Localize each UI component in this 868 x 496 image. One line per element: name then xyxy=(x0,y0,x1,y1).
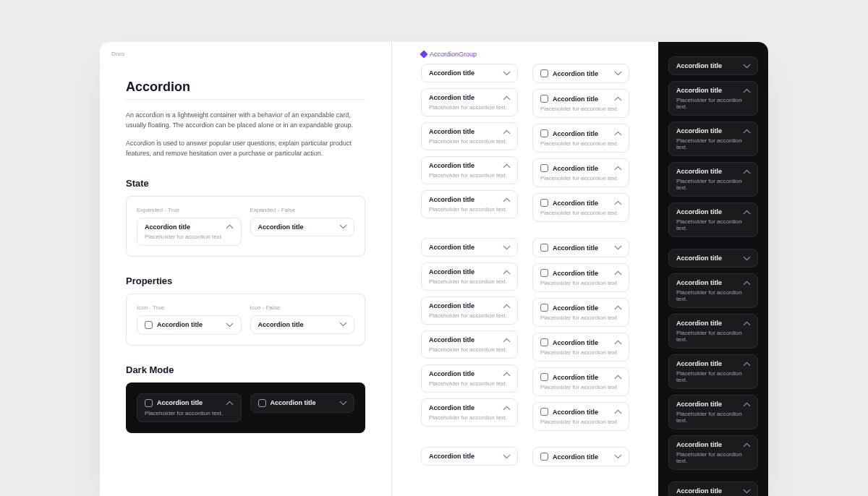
accordion-item[interactable]: Accordion titlePlaceholder for accordion… xyxy=(421,238,518,257)
accordion-title: Accordion title xyxy=(676,401,739,408)
accordion-item[interactable]: Accordion titlePlaceholder for accordion… xyxy=(668,395,758,429)
accordion-item[interactable]: Accordion titlePlaceholder for accordion… xyxy=(668,482,758,496)
variant-label: Expanded - False xyxy=(250,207,355,213)
accordion-collapsed[interactable]: Accordion title Placeholder for accordio… xyxy=(250,218,355,236)
accordion-title: Accordion title xyxy=(553,95,610,103)
dark-strip[interactable]: Accordion titlePlaceholder for accordion… xyxy=(658,42,768,496)
accordion-title: Accordion title xyxy=(258,223,336,231)
accordion-item[interactable]: Accordion titlePlaceholder for accordion… xyxy=(421,364,518,393)
accordion-item[interactable]: Accordion titlePlaceholder for accordion… xyxy=(532,263,629,292)
chevron-up-icon xyxy=(503,128,510,135)
accordion-title: Accordion title xyxy=(429,404,498,411)
section-heading-properties: Properties xyxy=(126,275,365,286)
example-box-properties: Icon - True Accordion title Placeholder … xyxy=(126,294,365,346)
chevron-up-icon xyxy=(743,168,750,175)
accordion-item[interactable]: Accordion titlePlaceholder for accordion… xyxy=(668,314,758,349)
chevron-down-icon xyxy=(226,321,234,328)
accordion-title: Accordion title xyxy=(258,321,336,328)
accordion-expanded[interactable]: Accordion title Placeholder for accordio… xyxy=(137,218,242,246)
accordion-item[interactable]: Accordion titlePlaceholder for accordion… xyxy=(421,296,518,325)
chevron-up-icon xyxy=(743,441,750,448)
accordion-title: Accordion title xyxy=(429,370,498,377)
accordion-item[interactable]: Accordion titlePlaceholder for accordion… xyxy=(668,81,758,116)
showcase-scroll[interactable]: AccordionGroup Accordion titlePlaceholde… xyxy=(392,42,658,496)
accordion-item[interactable]: Accordion titlePlaceholder for accordion… xyxy=(421,447,518,466)
accordion-body: Placeholder for accordion text. xyxy=(429,138,510,145)
accordion-item[interactable]: Accordion titlePlaceholder for accordion… xyxy=(532,158,629,187)
docs-scroll[interactable]: Accordion An accordion is a lightweight … xyxy=(100,62,391,496)
accordion-body: Placeholder for accordion text. xyxy=(145,234,234,240)
chevron-down-icon xyxy=(339,399,346,406)
accordion-item[interactable]: Accordion titlePlaceholder for accordion… xyxy=(532,193,629,222)
accordion-title: Accordion title xyxy=(429,162,498,169)
accordion-item[interactable]: Accordion titlePlaceholder for accordion… xyxy=(532,402,629,431)
accordion-dark-expanded[interactable]: Accordion title Placeholder for accordio… xyxy=(137,393,242,422)
accordion-icon-true[interactable]: Accordion title Placeholder for accordio… xyxy=(137,315,242,335)
accordion-item[interactable]: Accordion titlePlaceholder for accordion… xyxy=(532,447,629,466)
accordion-item[interactable]: Accordion titlePlaceholder for accordion… xyxy=(532,367,629,396)
accordion-body: Placeholder for accordion text. xyxy=(429,380,510,387)
accordion-title: Accordion title xyxy=(553,200,610,207)
accordion-item[interactable]: Accordion titlePlaceholder for accordion… xyxy=(668,121,758,156)
accordion-item[interactable]: Accordion titlePlaceholder for accordion… xyxy=(668,435,758,470)
example-box-darkmode: Accordion title Placeholder for accordio… xyxy=(126,382,365,433)
square-icon xyxy=(540,129,548,137)
intro-text: Accordion is used to answer popular user… xyxy=(126,138,365,159)
accordion-item[interactable]: Accordion titlePlaceholder for accordion… xyxy=(421,122,518,150)
chevron-up-icon xyxy=(614,409,621,416)
accordion-item[interactable]: Accordion titlePlaceholder for accordion… xyxy=(668,56,758,75)
chevron-up-icon xyxy=(614,165,621,172)
accordion-dark-collapsed[interactable]: Accordion title Placeholder for accordio… xyxy=(250,393,355,413)
section-heading-darkmode: Dark Mode xyxy=(126,364,365,375)
accordion-item[interactable]: Accordion titlePlaceholder for accordion… xyxy=(421,262,518,291)
accordion-title: Accordion title xyxy=(553,165,610,172)
accordion-title: Accordion title xyxy=(553,374,610,381)
chevron-up-icon xyxy=(743,401,750,408)
page-title: Accordion xyxy=(126,80,365,95)
accordion-item[interactable]: Accordion titlePlaceholder for accordion… xyxy=(668,202,758,237)
chevron-down-icon xyxy=(503,453,510,460)
accordion-item[interactable]: Accordion titlePlaceholder for accordion… xyxy=(532,124,629,153)
accordion-body: Placeholder for accordion text. xyxy=(676,330,750,343)
accordion-body: Placeholder for accordion text. xyxy=(676,411,750,424)
accordion-item[interactable]: Accordion titlePlaceholder for accordion… xyxy=(532,238,629,257)
accordion-item[interactable]: Accordion titlePlaceholder for accordion… xyxy=(668,249,758,268)
square-icon xyxy=(145,399,153,407)
chevron-up-icon xyxy=(743,87,750,94)
chevron-up-icon xyxy=(743,360,750,367)
accordion-item[interactable]: Accordion titlePlaceholder for accordion… xyxy=(668,162,758,197)
accordion-body: Placeholder for accordion text. xyxy=(540,315,621,321)
accordion-icon-false[interactable]: Accordion title Placeholder for accordio… xyxy=(250,315,355,334)
chevron-down-icon xyxy=(743,62,750,69)
accordion-title: Accordion title xyxy=(676,62,739,69)
chevron-down-icon xyxy=(614,70,621,77)
accordion-body: Placeholder for accordion text. xyxy=(429,278,510,285)
square-icon xyxy=(540,164,548,172)
accordion-title: Accordion title xyxy=(553,453,610,461)
square-icon xyxy=(540,95,548,103)
chevron-up-icon xyxy=(503,370,510,377)
accordion-title: Accordion title xyxy=(676,487,739,495)
accordion-title: Accordion title xyxy=(553,244,610,252)
accordion-item[interactable]: Accordion titlePlaceholder for accordion… xyxy=(532,64,629,83)
accordion-item[interactable]: Accordion titlePlaceholder for accordion… xyxy=(421,88,518,116)
accordion-title: Accordion title xyxy=(676,168,739,175)
accordion-item[interactable]: Accordion titlePlaceholder for accordion… xyxy=(421,64,518,82)
accordion-item[interactable]: Accordion titlePlaceholder for accordion… xyxy=(421,190,518,218)
accordion-item[interactable]: Accordion titlePlaceholder for accordion… xyxy=(532,298,629,327)
accordion-body: Placeholder for accordion text. xyxy=(676,97,750,110)
chevron-up-icon xyxy=(503,302,510,309)
accordion-body: Placeholder for accordion text. xyxy=(429,414,510,421)
accordion-item[interactable]: Accordion titlePlaceholder for accordion… xyxy=(421,330,518,359)
accordion-item[interactable]: Accordion titlePlaceholder for accordion… xyxy=(421,398,518,427)
chevron-down-icon xyxy=(503,244,510,251)
accordion-item[interactable]: Accordion titlePlaceholder for accordion… xyxy=(668,273,758,308)
accordion-item[interactable]: Accordion titlePlaceholder for accordion… xyxy=(532,333,629,362)
accordion-item[interactable]: Accordion titlePlaceholder for accordion… xyxy=(421,156,518,184)
accordion-title: Accordion title xyxy=(429,336,498,343)
accordion-item[interactable]: Accordion titlePlaceholder for accordion… xyxy=(532,89,629,118)
accordion-title: Accordion title xyxy=(676,208,739,215)
accordion-body: Placeholder for accordion text. xyxy=(429,172,510,179)
accordion-item[interactable]: Accordion titlePlaceholder for accordion… xyxy=(668,354,758,389)
chevron-down-icon xyxy=(503,69,510,77)
